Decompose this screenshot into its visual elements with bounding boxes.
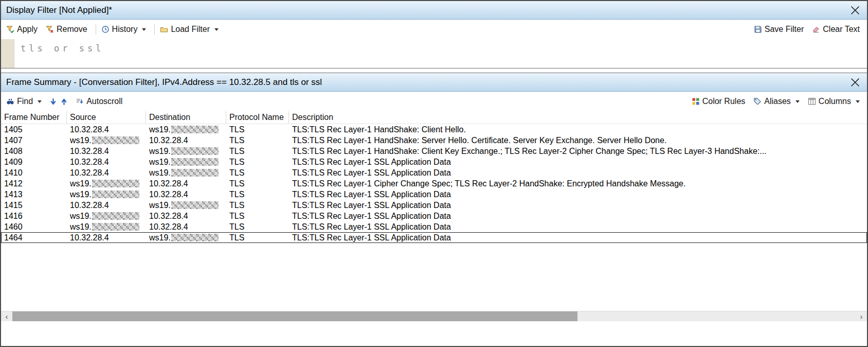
apply-filter-button[interactable]: Apply xyxy=(6,25,38,34)
save-filter-icon xyxy=(754,25,762,33)
cell-text: TLS xyxy=(229,125,244,134)
table-row[interactable]: 140510.32.28.4ws19.TLSTLS:TLS Rec Layer-… xyxy=(1,124,867,135)
clear-text-button[interactable]: Clear Text xyxy=(812,25,860,34)
aliases-dropdown-button[interactable]: Aliases xyxy=(753,97,800,106)
frame-summary-close-button[interactable] xyxy=(848,76,862,89)
columns-dropdown-button[interactable]: Columns xyxy=(808,97,860,106)
color-rules-button[interactable]: Color Rules xyxy=(692,97,746,106)
column-header-frame-number[interactable]: Frame Number xyxy=(1,111,67,124)
history-dropdown-button[interactable]: History xyxy=(101,25,147,34)
cell-destination: 10.32.28.4 xyxy=(146,136,226,145)
table-row[interactable]: 141510.32.28.4ws19.TLSTLS:TLS Rec Layer-… xyxy=(1,200,867,211)
display-filter-close-button[interactable] xyxy=(848,4,862,17)
find-previous-button[interactable] xyxy=(61,98,67,106)
save-filter-button[interactable]: Save Filter xyxy=(754,25,804,34)
find-icon xyxy=(6,97,14,106)
apply-filter-icon xyxy=(6,25,14,33)
close-icon xyxy=(849,5,861,16)
cell-frame-number: 1410 xyxy=(1,168,67,178)
scroll-left-arrow[interactable]: ‹ xyxy=(1,311,12,321)
column-header-protocol-name[interactable]: Protocol Name xyxy=(226,111,289,124)
redacted-hostname xyxy=(171,147,219,155)
horizontal-scrollbar[interactable]: ‹ › xyxy=(1,311,867,321)
cell-text: TLS xyxy=(229,158,244,167)
editor-margin-strip xyxy=(1,39,14,68)
table-row[interactable]: 1412ws19.10.32.28.4TLSTLS:TLS Rec Layer-… xyxy=(1,178,867,189)
table-row[interactable]: 140910.32.28.4ws19.TLSTLS:TLS Rec Layer-… xyxy=(1,157,867,167)
redacted-hostname xyxy=(171,234,219,241)
cell-text: 10.32.28.4 xyxy=(149,136,188,145)
table-row[interactable]: 1416ws19.10.32.28.4TLSTLS:TLS Rec Layer-… xyxy=(1,211,867,221)
cell-text: TLS xyxy=(229,222,244,232)
cell-text: ws19. xyxy=(70,212,92,221)
cell-text: TLS:TLS Rec Layer-1 SSL Application Data xyxy=(292,168,451,178)
autoscroll-button[interactable]: Autoscroll xyxy=(76,97,122,106)
cell-text: TLS xyxy=(229,233,244,242)
table-row[interactable]: 1413ws19.10.32.28.4TLSTLS:TLS Rec Layer-… xyxy=(1,189,867,200)
table-row[interactable]: 140810.32.28.4ws19.TLSTLS:TLS Rec Layer-… xyxy=(1,146,867,157)
cell-destination: ws19. xyxy=(146,233,226,242)
cell-text: 10.32.28.4 xyxy=(149,190,188,199)
cell-text: 10.32.28.4 xyxy=(70,201,109,210)
chevron-down-icon xyxy=(38,100,42,103)
display-filter-titlebar: Display Filter [Not Applied]* xyxy=(1,1,867,20)
aliases-icon xyxy=(753,97,762,106)
table-row[interactable]: 1407ws19.10.32.28.4TLSTLS:TLS Rec Layer-… xyxy=(1,135,867,146)
cell-text: 10.32.28.4 xyxy=(149,179,188,188)
frame-summary-title: Frame Summary - [Conversation Filter], I… xyxy=(6,77,322,88)
cell-text: 10.32.28.4 xyxy=(70,158,109,167)
apply-filter-label: Apply xyxy=(17,25,38,34)
table-row[interactable]: 1460ws19.10.32.28.4TLSTLS:TLS Rec Layer-… xyxy=(1,221,867,232)
load-filter-icon xyxy=(160,25,168,33)
display-filter-toolbar: Apply Remove H xyxy=(1,20,867,39)
chevron-down-icon xyxy=(214,28,219,31)
cell-source: 10.32.28.4 xyxy=(67,125,146,134)
cell-description: TLS:TLS Rec Layer-1 SSL Application Data xyxy=(289,190,867,199)
redacted-hostname xyxy=(92,190,139,198)
cell-protocol: TLS xyxy=(226,168,289,178)
scrollbar-track[interactable] xyxy=(12,311,856,321)
redacted-hostname xyxy=(171,126,219,133)
cell-text: TLS:TLS Rec Layer-1 SSL Application Data xyxy=(292,201,451,210)
find-next-button[interactable] xyxy=(50,98,57,106)
column-header-description[interactable]: Description xyxy=(289,111,867,124)
cell-source: ws19. xyxy=(67,222,146,232)
cell-text: 10.32.28.4 xyxy=(149,222,188,232)
cell-protocol: TLS xyxy=(226,190,289,199)
find-dropdown-button[interactable]: Find xyxy=(6,97,42,106)
cell-source: 10.32.28.4 xyxy=(67,168,146,178)
table-row[interactable]: 146410.32.28.4ws19.TLSTLS:TLS Rec Layer-… xyxy=(1,232,867,243)
cell-text: 10.32.28.4 xyxy=(70,125,109,134)
column-header-destination[interactable]: Destination xyxy=(146,111,226,124)
aliases-label: Aliases xyxy=(764,97,791,106)
cell-frame-number: 1412 xyxy=(1,179,67,188)
cell-destination: ws19. xyxy=(146,125,226,134)
cell-text: ws19. xyxy=(149,158,171,167)
chevron-down-icon xyxy=(795,100,800,103)
cell-description: TLS:TLS Rec Layer-1 SSL Application Data xyxy=(289,158,867,167)
cell-protocol: TLS xyxy=(226,212,289,221)
cell-text: TLS xyxy=(229,201,244,210)
filter-expression-text[interactable]: tls or ssl xyxy=(21,43,104,54)
frame-table-header: Frame Number Source Destination Protocol… xyxy=(1,111,867,124)
cell-protocol: TLS xyxy=(226,158,289,167)
cell-destination: 10.32.28.4 xyxy=(146,212,226,221)
toolbar-separator xyxy=(96,24,96,34)
close-icon xyxy=(849,77,861,88)
arrow-down-icon xyxy=(50,98,57,106)
table-row[interactable]: 141010.32.28.4ws19.TLSTLS:TLS Rec Layer-… xyxy=(1,167,867,178)
load-filter-dropdown-button[interactable]: Load Filter xyxy=(160,25,219,34)
cell-text: 1407 xyxy=(4,136,23,145)
cell-destination: ws19. xyxy=(146,158,226,167)
frame-summary-panel: Frame Summary - [Conversation Filter], I… xyxy=(1,73,867,321)
column-header-source[interactable]: Source xyxy=(67,111,146,124)
toolbar-separator xyxy=(154,24,155,34)
cell-destination: ws19. xyxy=(146,201,226,210)
cell-text: 1416 xyxy=(4,212,23,221)
cell-text: TLS:TLS Rec Layer-1 SSL Application Data xyxy=(292,158,451,167)
scrollbar-thumb[interactable] xyxy=(12,311,577,321)
filter-editor[interactable]: tls or ssl xyxy=(1,39,867,68)
scroll-right-arrow[interactable]: › xyxy=(856,311,867,321)
remove-filter-button[interactable]: Remove xyxy=(46,25,87,34)
cell-description: TLS:TLS Rec Layer-1 HandShake: Client Ke… xyxy=(289,147,867,156)
